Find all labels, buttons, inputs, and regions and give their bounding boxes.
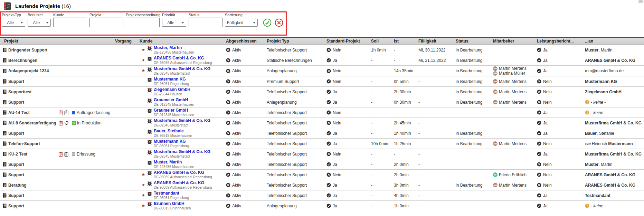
kunde-input[interactable] <box>53 18 87 27</box>
an-text: Bauer <box>585 131 597 136</box>
table-row[interactable]: KU-2 TestErfassungMusterfirma GmbH & Co.… <box>0 149 644 159</box>
filter-label: Status <box>189 13 222 17</box>
column-header-projekt[interactable]: Projekt <box>0 37 57 45</box>
customer-link[interactable]: Musterfirma GmbH & Co. KG <box>154 119 210 123</box>
table-row[interactable]: Support*ARANES GmbH & Co. KGDE-93089 Auf… <box>0 170 644 180</box>
column-header-mitarbeiter[interactable]: Mitarbeiter <box>492 37 536 45</box>
column-header-vorgang[interactable]: Vorgang <box>57 37 138 45</box>
customer-link[interactable]: ARANES GmbH & Co. KG <box>154 170 212 175</box>
customer-link[interactable]: Muster, Martin <box>154 46 194 50</box>
cell-an: Testmandant <box>584 190 644 201</box>
table-row[interactable]: SupportGraumeier GmbHDE-012345 Musterhau… <box>0 97 644 107</box>
projekt-typ-select[interactable]: – Alle – <box>2 19 25 27</box>
table-row[interactable]: AU-14 TestAuftragserfassungGraumeier Gmb… <box>0 107 644 118</box>
cell-projekt: Support <box>0 170 57 180</box>
projekt-input[interactable] <box>89 18 123 27</box>
cell-vorgang <box>57 66 138 76</box>
customer-link[interactable]: ARANES GmbH & Co. KG <box>154 56 212 60</box>
filter-label: Kunde <box>53 13 87 17</box>
warning-icon <box>585 100 589 104</box>
customer-link[interactable]: Mustermann KG <box>154 139 189 144</box>
column-header-an[interactable]: ...an <box>584 37 644 45</box>
avatar: FF <box>493 172 498 177</box>
cell-leistungsbericht: Nein <box>536 159 584 170</box>
cell-ist: 2h 45min <box>392 118 417 128</box>
filter-label: Projekt-Typ <box>2 13 25 17</box>
cell-mitarbeiter: FFFrieda Fröhlich <box>492 170 536 180</box>
filter-projekt-typ: Projekt-Typ – Alle – <box>2 13 25 27</box>
table-row[interactable]: SupportMuster, MartinDE-123456 Musterhau… <box>0 159 644 170</box>
cell-standard-projekt: Ja <box>325 190 370 201</box>
column-header-status[interactable]: Status <box>454 37 492 45</box>
an-text: Muster <box>585 162 598 167</box>
mitarbeiter-entry: MMMartin Mertens <box>493 79 534 84</box>
clipboard-dark-icon <box>64 152 68 157</box>
customer-link[interactable]: Mustermann KG <box>154 77 189 82</box>
column-header-faelligkeit[interactable]: Fälligkeit <box>417 37 454 45</box>
column-header-soll[interactable]: Soll <box>370 37 392 45</box>
document-icon <box>3 131 7 135</box>
avatar: MM <box>493 79 498 84</box>
prioritaet-select[interactable]: – Alle – <box>162 19 186 27</box>
circle-check-icon <box>326 162 331 167</box>
customer-link[interactable]: Musterfirma GmbH & Co. KG <box>154 67 210 71</box>
cell-an: Musterfirma GmbH & Co. KG <box>584 149 644 159</box>
page-title: Laufende Projekte (16) <box>15 3 71 9</box>
table-row[interactable]: Support*Brunnen GmbHDE-00815 Brunnhausen… <box>0 201 644 211</box>
status-input[interactable] <box>189 18 222 27</box>
table-row[interactable]: Berechnungen*ARANES GmbH & Co. KGDE-9308… <box>0 55 644 66</box>
cell-faelligkeit: - <box>417 170 454 180</box>
scrollbar-thumb[interactable] <box>638 0 643 3</box>
customer-link[interactable]: Ziegelmann GmbH <box>154 87 190 92</box>
customer-link[interactable]: Bauer, Stefanie <box>154 129 192 133</box>
table-row[interactable]: Beratung*ARANES GmbH & Co. KGDE-93089 Au… <box>0 180 644 190</box>
red-asterisk-icon: * <box>140 58 147 63</box>
cell-soll: - <box>370 97 392 107</box>
cell-soll: - <box>370 170 392 180</box>
an-text: - <box>603 100 606 105</box>
table-row[interactable]: SupporttestZiegelmann GmbHDE-25644 Hause… <box>0 87 644 97</box>
customer-link[interactable]: Graumeier GmbH <box>154 108 194 113</box>
customer-link[interactable]: ARANES GmbH & Co. KG <box>154 181 212 185</box>
apply-filter-button[interactable] <box>263 18 272 27</box>
customer-link[interactable]: Brunnen GmbH <box>154 201 191 206</box>
cell-kunde: Mustermann KGDE-93051 Regensburg <box>138 139 225 149</box>
customer-link[interactable]: Testmandant <box>154 191 189 196</box>
cell-projekt: AU-14 Test <box>0 107 57 118</box>
table-row[interactable]: Dringender Support*Muster, MartinDE-1234… <box>0 45 644 55</box>
column-header-kunde[interactable]: Kunde <box>138 37 225 45</box>
customer-link[interactable]: Musterfirma GmbH & Co. KG <box>154 150 210 154</box>
customer-address: DE-123456 Musterhausen <box>154 50 194 54</box>
table-row[interactable]: SupportMustermann KGDE-93051 RegensburgA… <box>0 76 644 87</box>
red-asterisk-icon: * <box>140 182 147 188</box>
column-header-projekt-typ[interactable]: Projekt Typ <box>265 37 325 45</box>
cell-projekt: Dringender Support <box>0 45 57 55</box>
cell-soll: - <box>370 66 392 76</box>
projektbeschreibung-input[interactable] <box>126 18 160 27</box>
circle-check-icon <box>326 58 331 63</box>
reset-filter-button[interactable] <box>275 18 283 27</box>
column-header-abgeschlossen[interactable]: Abgeschlossen <box>225 37 265 45</box>
customer-link[interactable]: Muster, Martin <box>154 160 194 165</box>
benutzer-select[interactable]: – Alle – <box>28 19 51 27</box>
cell-projekt-typ: Telefonischer Support <box>265 87 325 97</box>
customer-address: DE-02345 Musterhstadt <box>154 154 210 158</box>
sortierung-select[interactable]: Fälligkeit <box>225 19 258 27</box>
circle-x-icon <box>537 90 541 94</box>
column-header-leistungsbericht[interactable]: Leistungsbericht... <box>536 37 584 45</box>
table-row[interactable]: SupportBauer, StefanieDE-93515 Musterhau… <box>0 128 644 139</box>
cell-an: Musterfirma GmbH & Co. KG <box>584 118 644 128</box>
table-row[interactable]: AU-8 SonderanfertigungIn ProduktionMuste… <box>0 118 644 128</box>
cell-standard-projekt: Nein <box>325 107 370 118</box>
table-row[interactable]: Anlagenprojekt 1234*Musterfirma GmbH & C… <box>0 66 644 76</box>
table-row[interactable]: Support*TestmandantDE-93051 RegensburgAk… <box>0 190 644 201</box>
avatar: MM <box>493 66 498 71</box>
table-header-row: Projekt Vorgang Kunde Abgeschlossen Proj… <box>0 37 644 45</box>
column-header-standard-projekt[interactable]: Standard-Projekt <box>325 37 370 45</box>
customer-link[interactable]: Graumeier GmbH <box>154 98 194 102</box>
table-row[interactable]: Telefon-SupportMustermann KGDE-93051 Reg… <box>0 139 644 149</box>
cell-ist: 2h 0min <box>392 170 417 180</box>
alarm-clock-icon <box>147 98 152 103</box>
column-header-ist[interactable]: Ist <box>392 37 417 45</box>
alarm-clock-icon <box>147 67 152 72</box>
